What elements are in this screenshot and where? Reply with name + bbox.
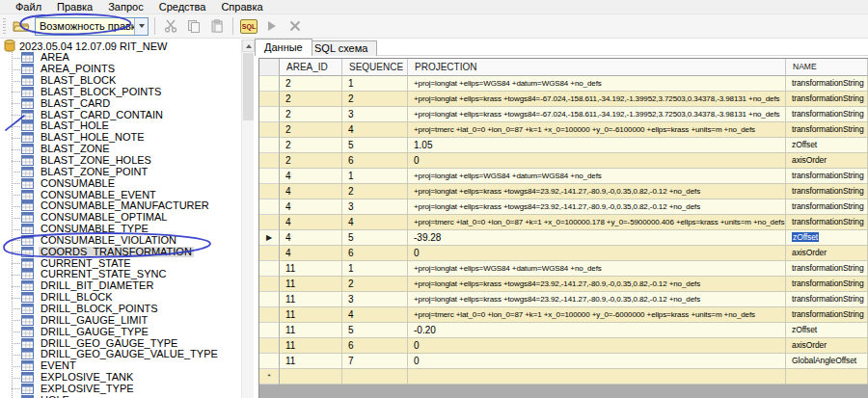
tree-item-consumable_optimal[interactable]: CONSUMABLE_OPTIMAL (2, 212, 241, 224)
grid-row[interactable]: 460axisOrder (259, 246, 868, 261)
row-header-cell[interactable] (259, 323, 280, 338)
row-header-cell[interactable] (259, 76, 280, 92)
cell-name[interactable]: zOffset (786, 323, 868, 338)
cell-name[interactable]: axisOrder (786, 338, 868, 354)
chevron-down-icon[interactable] (134, 18, 148, 35)
cell-projection[interactable]: +proj=longlat +ellps=WGS84 +datum=WGS84 … (408, 261, 786, 277)
cell-sequence[interactable]: 4 (342, 215, 408, 230)
cell-projection[interactable]: +proj=longlat +ellps=krass +towgs84=-67.… (408, 107, 786, 122)
tree-item-drill_gauge_limit[interactable]: DRILL_GAUGE_LIMIT (2, 314, 241, 326)
scroll-up-icon[interactable] (242, 40, 255, 52)
sql-editor-button[interactable]: SQL (237, 16, 260, 37)
cell-area-id[interactable]: 2 (280, 76, 342, 92)
cell-area-id[interactable]: 4 (280, 169, 342, 184)
tree-item-blast_hole[interactable]: BLAST_HOLE (2, 120, 241, 132)
row-header-cell[interactable] (259, 261, 280, 277)
cell-name[interactable]: axisOrder (786, 153, 868, 169)
menu-item-3[interactable]: Средства (151, 0, 214, 13)
grid-row[interactable]: 42+proj=longlat +ellps=krass +towgs84=23… (259, 184, 868, 199)
cell-projection[interactable]: 0 (408, 153, 786, 169)
edit-mode-combobox[interactable]: Возможность правки (35, 17, 149, 36)
cell-projection[interactable]: +proj=tmerc +lat_0=0 +lon_0=87 +k=1 +x_0… (408, 307, 786, 323)
row-header-cell[interactable] (259, 277, 280, 292)
cell-name[interactable]: transformationString (786, 169, 868, 184)
row-header-cell[interactable] (259, 138, 280, 153)
tree-item-area[interactable]: AREA (2, 52, 241, 64)
cell-name[interactable]: transformationString (786, 92, 868, 107)
cut-button[interactable] (159, 16, 182, 37)
row-header-cell[interactable] (259, 215, 280, 230)
cell-sequence[interactable]: 1 (342, 261, 408, 277)
cell-sequence[interactable]: 4 (342, 122, 408, 138)
cell-name[interactable]: transformationString (786, 307, 868, 323)
cell-name[interactable] (786, 369, 868, 385)
cell-projection[interactable]: +proj=tmerc +lat_0=0 +lon_0=87 +k=1 +x_0… (408, 122, 786, 138)
cell-projection[interactable]: -39.28 (408, 230, 786, 246)
tree-item-drill_geo_gauge_type[interactable]: DRILL_GEO_GAUGE_TYPE (2, 337, 241, 349)
cell-area-id[interactable]: 4 (280, 184, 342, 199)
stop-button[interactable] (284, 16, 307, 37)
tree-item-drill_block_points[interactable]: DRILL_BLOCK_POINTS (2, 304, 241, 315)
column-header-sequence[interactable]: SEQUENCE (342, 59, 408, 76)
cell-area-id[interactable]: 11 (280, 323, 342, 338)
grid-row[interactable]: 1170GlobalAngleOffset (259, 354, 868, 369)
tab-data[interactable]: Данные (255, 39, 312, 56)
cell-area-id[interactable]: 4 (280, 199, 342, 215)
scrollbar-thumb[interactable] (243, 53, 254, 120)
grid-row[interactable]: 24+proj=tmerc +lat_0=0 +lon_0=87 +k=1 +x… (259, 122, 868, 138)
tree-item-drill_block[interactable]: DRILL_BLOCK (2, 292, 241, 304)
cell-area-id[interactable]: 11 (280, 277, 342, 292)
cell-sequence[interactable]: 6 (342, 153, 408, 169)
cell-area-id[interactable]: 2 (280, 92, 342, 107)
tree-item-drill_bit_diameter[interactable]: DRILL_BIT_DIAMETER (2, 280, 241, 292)
cell-projection[interactable]: 0 (408, 246, 786, 261)
row-header-cell[interactable] (259, 354, 280, 369)
column-header-projection[interactable]: PROJECTION (408, 59, 786, 76)
cell-name[interactable]: zOffset (786, 138, 868, 153)
paste-button[interactable] (205, 16, 229, 37)
cell-projection[interactable]: +proj=longlat +ellps=WGS84 +datum=WGS84 … (408, 76, 786, 92)
cell-name[interactable]: zOffset (786, 230, 868, 246)
cell-area-id[interactable]: 2 (280, 122, 342, 138)
tab-sql-schema[interactable]: SQL схема (305, 40, 377, 56)
tree-item-drill_gauge_type[interactable]: DRILL_GAUGE_TYPE (2, 326, 241, 337)
cell-name[interactable]: transformationString (786, 122, 868, 138)
cell-sequence[interactable]: 5 (342, 138, 408, 153)
new-row-indicator[interactable]: * (259, 369, 280, 385)
tree-item-drill_geo_gauge_value_type[interactable]: DRILL_GEO_GAUGE_VALUE_TYPE (2, 349, 241, 360)
cell-projection[interactable]: +proj=tmerc +lat_0=0 +lon_0=87 +k=1 +x_0… (408, 215, 786, 230)
cell-area-id[interactable]: 11 (280, 307, 342, 323)
grid-corner-cell[interactable] (259, 59, 280, 76)
grid-row[interactable]: 23+proj=longlat +ellps=krass +towgs84=-6… (259, 107, 868, 122)
cell-area-id[interactable]: 4 (280, 215, 342, 230)
cell-projection[interactable]: 1.05 (408, 138, 786, 153)
tree-item-event[interactable]: EVENT (2, 360, 241, 372)
tree-item-current_state_sync[interactable]: CURRENT_STATE_SYNC (2, 269, 241, 280)
tree-item-coords_transformation[interactable]: COORDS_TRANSFORMATION (2, 246, 241, 257)
row-header-cell[interactable] (259, 107, 280, 122)
grid-row[interactable]: 44+proj=tmerc +lat_0=0 +lon_0=87 +k=1 +x… (259, 215, 868, 230)
cell-sequence[interactable]: 6 (342, 338, 408, 354)
cell-name[interactable]: transformationString (786, 76, 868, 92)
cell-projection[interactable]: -0.20 (408, 323, 786, 338)
cell-sequence[interactable]: 2 (342, 277, 408, 292)
cell-name[interactable]: transformationString (786, 261, 868, 277)
cell-sequence[interactable]: 1 (342, 76, 408, 92)
cell-name[interactable]: transformationString (786, 184, 868, 199)
row-header-cell[interactable] (259, 184, 280, 199)
cell-sequence[interactable]: 2 (342, 92, 408, 107)
cell-name[interactable]: GlobalAngleOffset (786, 354, 868, 369)
cell-area-id[interactable]: 2 (280, 138, 342, 153)
cell-name[interactable]: transformationString (786, 215, 868, 230)
row-header-cell[interactable] (259, 307, 280, 323)
grid-row[interactable]: 43+proj=longlat +ellps=krass +towgs84=23… (259, 199, 868, 215)
cell-projection[interactable]: +proj=longlat +ellps=krass +towgs84=23.9… (408, 277, 786, 292)
cell-projection[interactable]: +proj=longlat +ellps=krass +towgs84=23.9… (408, 292, 786, 307)
grid-row[interactable]: 115-0.20zOffset (259, 323, 868, 338)
grid-row[interactable]: 251.05zOffset (259, 138, 868, 153)
copy-button[interactable] (182, 16, 205, 37)
row-header-cell[interactable] (259, 153, 280, 169)
cell-projection[interactable]: +proj=longlat +ellps=krass +towgs84=23.9… (408, 184, 786, 199)
grid-row[interactable]: 114+proj=tmerc +lat_0=0 +lon_0=87 +k=1 +… (259, 307, 868, 323)
column-header-name[interactable]: NAME (786, 59, 868, 76)
